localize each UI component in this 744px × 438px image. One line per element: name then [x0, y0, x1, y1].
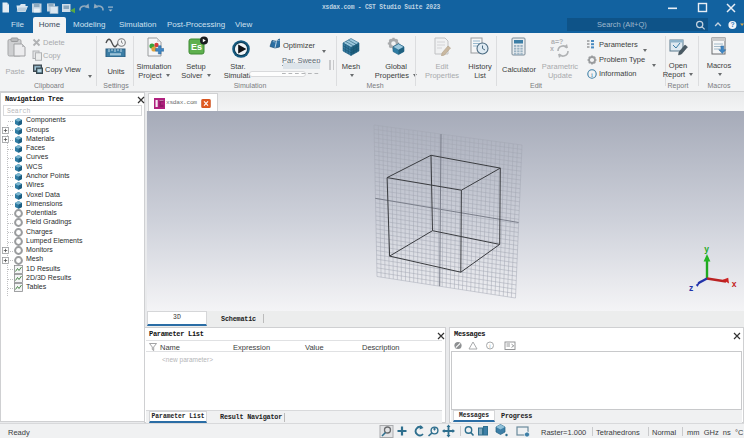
svg-text:a=?: a=? — [551, 38, 563, 45]
svg-text:x: x — [550, 45, 554, 52]
svg-text:?: ? — [730, 22, 734, 29]
svg-text:x: x — [732, 279, 737, 289]
svg-text:z: z — [689, 283, 693, 293]
svg-text:i: i — [489, 343, 490, 349]
svg-text:Es: Es — [191, 42, 202, 52]
svg-text:i: i — [591, 70, 593, 78]
svg-text:y: y — [704, 244, 709, 254]
